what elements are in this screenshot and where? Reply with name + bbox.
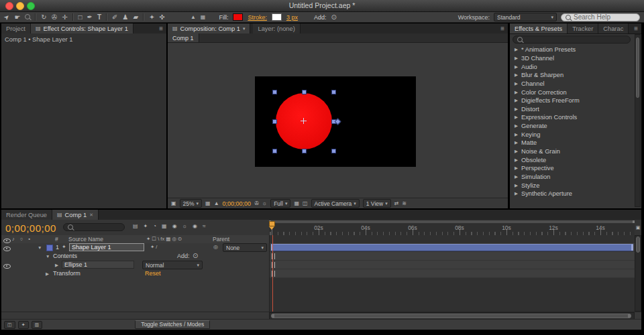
- twirl-closed-icon[interactable]: ▶: [55, 263, 58, 268]
- draft-3d-icon[interactable]: ✦: [144, 224, 148, 229]
- region-of-interest-icon[interactable]: ▣: [171, 201, 176, 206]
- tab-effect-controls[interactable]: ▤ Effect Controls: Shape Layer 1: [31, 23, 133, 34]
- twirl-closed-icon[interactable]: ▶: [515, 90, 518, 95]
- eraser-tool-icon[interactable]: ▰: [133, 14, 138, 21]
- pen-tool-icon[interactable]: ✒: [87, 14, 93, 21]
- shy-layers-icon[interactable]: ◔: [153, 224, 156, 229]
- add-shape-icon[interactable]: ⊙: [331, 14, 336, 21]
- zoom-window-button[interactable]: [27, 2, 35, 10]
- comp-timecode[interactable]: 0;00;00;00: [223, 200, 252, 207]
- panel-menu-icon[interactable]: ≡: [156, 23, 166, 34]
- viewer-tab-comp1[interactable]: Comp 1: [168, 34, 199, 42]
- magnification-dropdown[interactable]: 25% ▾: [180, 199, 203, 208]
- expand-layer-switches-button[interactable]: ◫: [4, 321, 15, 329]
- toggle-switches-modes-button[interactable]: Toggle Switches / Modes: [135, 320, 210, 329]
- effects-category-row[interactable]: ▶Expression Controls: [510, 113, 633, 122]
- selection-handle[interactable]: [331, 149, 336, 153]
- twirl-closed-icon[interactable]: ▶: [515, 149, 518, 154]
- workspace-dropdown[interactable]: Standard ▾: [494, 13, 557, 21]
- group-row-ellipse-1[interactable]: ▶ Ellipse 1 Normal ▾: [1, 261, 269, 269]
- expand-inout-columns-button[interactable]: ▥: [32, 321, 43, 329]
- brainstorm-icon[interactable]: ☼: [182, 224, 187, 229]
- selection-handle[interactable]: [272, 149, 277, 153]
- timeline-search-field[interactable]: [63, 223, 125, 231]
- rotation-tool-icon[interactable]: ↻: [41, 14, 46, 21]
- twirl-closed-icon[interactable]: ▶: [515, 64, 518, 70]
- timeline-vscroll-thumb[interactable]: [636, 237, 640, 253]
- close-icon[interactable]: ✕: [89, 212, 93, 217]
- time-ruler[interactable]: 02s 04s 06s 08s 10s 12s 14s: [269, 220, 635, 236]
- add-property-icon[interactable]: ⊙: [193, 253, 198, 259]
- parent-pick-whip-icon[interactable]: ◎: [213, 245, 218, 250]
- layer-label-color[interactable]: [46, 245, 53, 251]
- twirl-closed-icon[interactable]: ▶: [515, 47, 518, 52]
- composition-viewport[interactable]: [168, 43, 508, 198]
- effects-category-row[interactable]: ▶Blur & Sharpen: [510, 71, 633, 80]
- group-row-contents[interactable]: ▼ Contents Add: ⊙: [1, 252, 269, 261]
- work-area-bar[interactable]: [269, 220, 635, 223]
- stroke-color-swatch[interactable]: [272, 13, 282, 21]
- tab-timeline-comp1[interactable]: ▤ Comp 1 ✕: [52, 210, 99, 220]
- zoom-tool-icon[interactable]: [25, 13, 30, 21]
- effects-category-row[interactable]: ▶Distort: [510, 105, 633, 113]
- composition-frame[interactable]: [255, 76, 416, 167]
- puppet-pin-tool-icon[interactable]: ✜: [160, 14, 165, 21]
- roto-brush-tool-icon[interactable]: ✦: [149, 14, 154, 21]
- frame-blend-icon[interactable]: ▦: [162, 224, 167, 229]
- brush-tool-icon[interactable]: ✐: [112, 14, 117, 21]
- twirl-closed-icon[interactable]: ▶: [515, 81, 518, 86]
- mask-visibility-icon[interactable]: ▲: [191, 15, 196, 20]
- parent-dropdown[interactable]: None ▾: [223, 243, 267, 252]
- search-help-input[interactable]: [574, 13, 635, 21]
- fill-color-swatch[interactable]: [233, 13, 243, 21]
- tab-composition[interactable]: ▤ Composition: Comp 1 ▾: [168, 23, 250, 34]
- twirl-closed-icon[interactable]: ▶: [46, 271, 49, 277]
- effects-search-input[interactable]: [525, 36, 626, 44]
- twirl-closed-icon[interactable]: ▶: [515, 183, 518, 188]
- twirl-closed-icon[interactable]: ▶: [515, 107, 518, 112]
- twirl-closed-icon[interactable]: ▶: [515, 165, 518, 171]
- twirl-closed-icon[interactable]: ▶: [515, 98, 518, 103]
- anchor-point-icon[interactable]: [301, 118, 307, 124]
- effects-category-row[interactable]: ▶Color Correction: [510, 88, 633, 96]
- view-layout-dropdown[interactable]: 1 View ▾: [363, 199, 391, 208]
- panel-menu-icon[interactable]: ≡: [631, 23, 641, 34]
- exposure-icon[interactable]: ☼: [262, 201, 267, 206]
- layer-duration-bar[interactable]: [271, 244, 633, 251]
- tab-character[interactable]: Charac: [598, 23, 629, 34]
- ellipse-name-box[interactable]: Ellipse 1: [62, 261, 134, 269]
- blend-mode-dropdown[interactable]: Normal ▾: [142, 261, 203, 269]
- mask-visibility-icon[interactable]: ▲: [214, 201, 219, 206]
- minimize-window-button[interactable]: [16, 2, 24, 10]
- effects-category-row[interactable]: ▶3D Channel: [510, 54, 633, 63]
- effects-category-row[interactable]: ▶Stylize: [510, 181, 633, 190]
- effects-category-row[interactable]: ▶Keying: [510, 130, 633, 139]
- selection-handle[interactable]: [302, 149, 307, 153]
- hand-tool-icon[interactable]: ☛: [14, 14, 20, 21]
- motion-blur-icon[interactable]: ◉: [172, 224, 177, 229]
- pan-behind-tool-icon[interactable]: ✛: [62, 14, 67, 21]
- tab-effects-presets[interactable]: Effects & Presets: [510, 23, 568, 34]
- selection-handle[interactable]: [272, 119, 277, 124]
- current-time-indicator-line[interactable]: [272, 235, 273, 312]
- group-row-transform[interactable]: ▶ Transform Reset: [1, 269, 269, 278]
- twirl-closed-icon[interactable]: ▶: [515, 174, 518, 180]
- camera-tool-icon[interactable]: ✇: [52, 14, 57, 21]
- twirl-closed-icon[interactable]: ▶: [515, 157, 518, 163]
- pixel-aspect-icon[interactable]: ◫: [303, 201, 308, 206]
- choose-grid-icon[interactable]: ▦: [205, 201, 211, 206]
- effects-category-row[interactable]: ▶Generate: [510, 122, 633, 131]
- tab-layer[interactable]: Layer: (none): [253, 23, 300, 34]
- shape-tool-icon[interactable]: □: [78, 14, 83, 21]
- comp-marker-bin[interactable]: ▣: [635, 220, 641, 236]
- timeline-hscroll-thumb[interactable]: [271, 314, 631, 318]
- twirl-closed-icon[interactable]: ▶: [515, 123, 518, 129]
- layer-switch-marks[interactable]: ✦ /: [150, 244, 157, 250]
- effects-category-row[interactable]: ▶Perspective: [510, 164, 633, 173]
- snapshot-camera-icon[interactable]: ✇: [254, 201, 259, 206]
- twirl-closed-icon[interactable]: ▶: [515, 191, 518, 196]
- close-window-button[interactable]: [5, 2, 13, 10]
- effects-category-row[interactable]: ▶Synthetic Aperture: [510, 190, 633, 198]
- effects-search-field[interactable]: [513, 36, 631, 44]
- twirl-closed-icon[interactable]: ▶: [515, 56, 518, 61]
